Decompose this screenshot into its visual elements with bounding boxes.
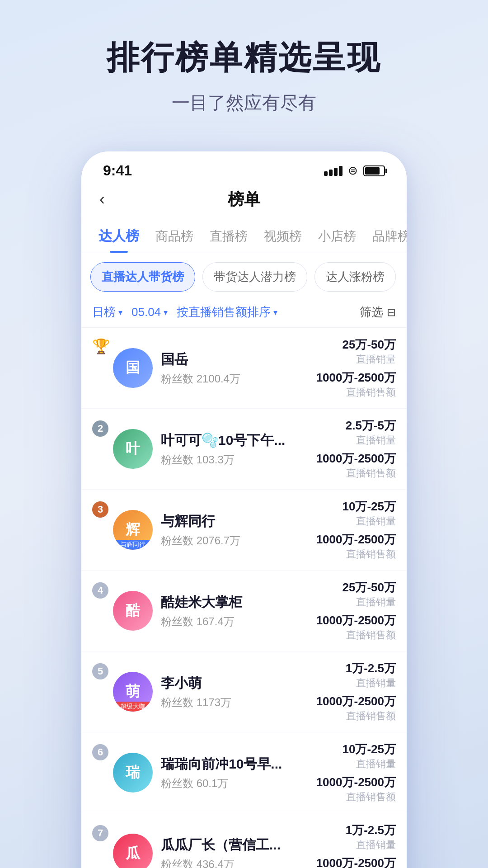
- revenue-stat: 1000万-2500万 直播销售额: [316, 774, 396, 804]
- item-stats: 2.5万-5万 直播销量 1000万-2500万 直播销售额: [316, 418, 396, 480]
- filter-date-label: 05.04: [131, 305, 161, 319]
- item-fans: 粉丝数 2076.7万: [161, 533, 311, 548]
- avatar-label: 超级大咖: [113, 702, 153, 712]
- sales-value: 25万-50万: [343, 580, 396, 595]
- item-info: 李小萌 粉丝数 1173万: [161, 674, 311, 710]
- signal-icon: [324, 166, 343, 176]
- item-stats: 25万-50万 直播销量 1000万-2500万 直播销售额: [316, 580, 396, 642]
- sales-value: 10万-25万: [343, 499, 396, 514]
- revenue-label: 直播销售额: [346, 467, 396, 480]
- rank-badge: 7: [92, 825, 108, 841]
- sales-label: 直播销量: [356, 434, 396, 447]
- filter-sort[interactable]: 按直播销售额排序 ▾: [177, 304, 277, 320]
- revenue-stat: 1000万-2500万 直播销售额: [316, 855, 396, 868]
- item-info: 国岳 粉丝数 2100.4万: [161, 350, 311, 386]
- revenue-label: 直播销售额: [346, 790, 396, 804]
- rank-badge: 5: [92, 663, 108, 679]
- back-button[interactable]: ‹: [99, 190, 105, 209]
- nav-bar: ‹ 榜单: [81, 183, 407, 218]
- item-info: 瓜瓜厂长（营信工... 粉丝数 436.4万: [161, 836, 311, 868]
- tab-shop[interactable]: 小店榜: [310, 219, 364, 252]
- sales-stat: 25万-50万 直播销量: [343, 580, 396, 609]
- list-item[interactable]: 2 叶 叶可可🫧10号下午... 粉丝数 103.3万 2.5万-5万 直播销量…: [81, 409, 407, 490]
- revenue-value: 1000万-2500万: [316, 613, 396, 628]
- filter-date[interactable]: 05.04 ▾: [131, 305, 168, 319]
- revenue-stat: 1000万-2500万 直播销售额: [316, 370, 396, 399]
- avatar-text: 瑞: [126, 763, 140, 783]
- item-stats: 10万-25万 直播销量 1000万-2500万 直播销售额: [316, 741, 396, 804]
- avatar-label: 与辉同行: [113, 540, 153, 550]
- subtab-fans[interactable]: 达人涨粉榜: [314, 262, 396, 292]
- list-item[interactable]: 4 酷 酷娃米大掌柜 粉丝数 167.4万 25万-50万 直播销量 1000万…: [81, 571, 407, 651]
- subtab-live-talent[interactable]: 直播达人带货榜: [90, 262, 195, 292]
- item-fans: 粉丝数 167.4万: [161, 614, 311, 629]
- filter-day[interactable]: 日榜 ▾: [92, 304, 122, 320]
- item-stats: 1万-2.5万 直播销量 1000万-2500万 直播销售额: [316, 660, 396, 723]
- status-time: 9:41: [103, 162, 132, 179]
- list-item[interactable]: 5 萌 超级大咖 李小萌 粉丝数 1173万 1万-2.5万 直播销量 1000…: [81, 651, 407, 732]
- list-item[interactable]: 7 瓜 瓜瓜厂长（营信工... 粉丝数 436.4万 1万-2.5万 直播销量 …: [81, 813, 407, 868]
- avatar: 叶: [113, 429, 153, 469]
- sales-value: 1万-2.5万: [346, 660, 396, 676]
- sales-stat: 10万-25万 直播销量: [343, 499, 396, 528]
- filter-day-label: 日榜: [92, 304, 116, 320]
- filter-icon: ⊟: [387, 306, 396, 319]
- filter-sort-label: 按直播销售额排序: [177, 304, 271, 320]
- avatar-text: 酷: [126, 601, 140, 621]
- filter-button[interactable]: 筛选 ⊟: [360, 304, 396, 320]
- item-name: 与辉同行: [161, 512, 311, 531]
- revenue-stat: 1000万-2500万 直播销售额: [316, 613, 396, 642]
- tab-product[interactable]: 商品榜: [147, 219, 202, 252]
- ranking-list: 🏆 国 国岳 粉丝数 2100.4万 25万-50万 直播销量 1000万-25…: [81, 328, 407, 868]
- sales-label: 直播销量: [356, 676, 396, 690]
- filter-sort-arrow: ▾: [273, 307, 277, 317]
- hero-title: 排行榜单精选呈现: [107, 36, 381, 80]
- sales-label: 直播销量: [356, 838, 396, 852]
- tab-live[interactable]: 直播榜: [202, 219, 256, 252]
- filter-bar: 日榜 ▾ 05.04 ▾ 按直播销售额排序 ▾ 筛选 ⊟: [81, 297, 407, 328]
- avatar: 辉 与辉同行: [113, 510, 153, 550]
- item-info: 瑞瑞向前冲10号早... 粉丝数 60.1万: [161, 755, 311, 791]
- item-fans: 粉丝数 1173万: [161, 695, 311, 710]
- sales-stat: 25万-50万 直播销量: [343, 337, 396, 366]
- rank-badge: 6: [92, 744, 108, 760]
- status-icons: ⊜: [324, 164, 385, 178]
- page-title: 榜单: [228, 189, 260, 211]
- sales-value: 1万-2.5万: [346, 822, 396, 838]
- filter-date-arrow: ▾: [164, 307, 168, 317]
- revenue-value: 1000万-2500万: [316, 774, 396, 790]
- sub-tab-bar: 直播达人带货榜 带货达人潜力榜 达人涨粉榜: [81, 253, 407, 297]
- item-name: 叶可可🫧10号下午...: [161, 431, 311, 450]
- avatar-text: 瓜: [126, 844, 140, 863]
- revenue-label: 直播销售额: [346, 386, 396, 399]
- list-item[interactable]: 6 瑞 瑞瑞向前冲10号早... 粉丝数 60.1万 10万-25万 直播销量 …: [81, 732, 407, 813]
- item-fans: 粉丝数 103.3万: [161, 453, 311, 467]
- sales-label: 直播销量: [356, 353, 396, 366]
- rank-trophy: 🏆: [92, 338, 108, 355]
- list-item[interactable]: 3 辉 与辉同行 与辉同行 粉丝数 2076.7万 10万-25万 直播销量 1…: [81, 490, 407, 571]
- revenue-label: 直播销售额: [346, 628, 396, 642]
- rank-badge: 2: [92, 420, 108, 437]
- avatar: 萌 超级大咖: [113, 672, 153, 712]
- tab-talent[interactable]: 达人榜: [90, 218, 147, 253]
- filter-day-arrow: ▾: [118, 307, 122, 317]
- tab-brand[interactable]: 品牌榜: [364, 219, 407, 252]
- avatar: 酷: [113, 591, 153, 631]
- sales-value: 10万-25万: [343, 741, 396, 757]
- avatar-text: 国: [126, 358, 140, 378]
- tab-video[interactable]: 视频榜: [256, 219, 310, 252]
- avatar-text: 辉: [126, 520, 140, 540]
- subtab-potential[interactable]: 带货达人潜力榜: [202, 262, 307, 292]
- item-fans: 粉丝数 60.1万: [161, 776, 311, 791]
- item-name: 瑞瑞向前冲10号早...: [161, 755, 311, 774]
- hero-subtitle: 一目了然应有尽有: [172, 90, 316, 115]
- phone-shell: 9:41 ⊜ ‹ 榜单 达人榜 商品榜 直播榜: [81, 151, 407, 868]
- item-name: 瓜瓜厂长（营信工...: [161, 836, 311, 854]
- revenue-value: 1000万-2500万: [316, 693, 396, 709]
- item-info: 叶可可🫧10号下午... 粉丝数 103.3万: [161, 431, 311, 467]
- filter-label: 筛选: [360, 304, 383, 320]
- revenue-stat: 1000万-2500万 直播销售额: [316, 451, 396, 480]
- sales-stat: 1万-2.5万 直播销量: [346, 660, 396, 690]
- avatar-text: 萌: [126, 682, 140, 702]
- list-item[interactable]: 🏆 国 国岳 粉丝数 2100.4万 25万-50万 直播销量 1000万-25…: [81, 328, 407, 409]
